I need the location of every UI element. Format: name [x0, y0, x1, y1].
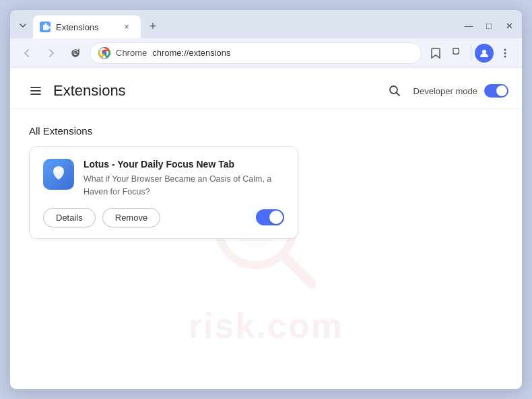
tab-strip: Extensions × +	[15, 15, 456, 38]
more-menu-btn[interactable]	[495, 43, 515, 63]
tab-dropdown-btn[interactable]	[15, 18, 30, 33]
extensions-tab[interactable]: Extensions ×	[33, 15, 141, 38]
details-btn[interactable]: Details	[43, 208, 96, 227]
tab-favicon	[40, 22, 51, 32]
all-extensions-label: All Extensions	[29, 125, 503, 137]
dev-mode-toggle[interactable]	[484, 84, 508, 98]
dev-mode-label: Developer mode	[413, 86, 477, 96]
extension-card: Lotus - Your Daily Focus New Tab What if…	[29, 146, 298, 239]
tab-label: Extensions	[56, 22, 115, 32]
extensions-body: risk.com All Extensions	[10, 109, 522, 389]
extension-card-top: Lotus - Your Daily Focus New Tab What if…	[43, 159, 284, 198]
close-btn[interactable]: ✕	[502, 18, 517, 33]
extensions-header: Extensions Developer mode	[10, 68, 522, 109]
search-btn[interactable]	[383, 79, 407, 103]
page-title: Extensions	[53, 82, 383, 100]
address-url: chrome://extensions	[152, 48, 413, 58]
title-bar: Extensions × + — □ ✕	[10, 10, 522, 38]
toolbar-divider	[471, 46, 471, 61]
svg-line-9	[283, 255, 312, 284]
maximize-btn[interactable]: □	[481, 18, 496, 33]
minimize-btn[interactable]: —	[461, 18, 476, 33]
refresh-btn[interactable]	[65, 43, 86, 63]
svg-point-4	[504, 48, 506, 50]
hamburger-menu-btn[interactable]	[24, 79, 48, 103]
extension-info: Lotus - Your Daily Focus New Tab What if…	[84, 159, 284, 198]
svg-point-7	[390, 86, 397, 94]
tab-close-btn[interactable]: ×	[121, 21, 133, 33]
extensions-toolbar-btn[interactable]	[447, 43, 467, 63]
toolbar-actions	[426, 43, 515, 63]
back-btn[interactable]	[17, 43, 37, 63]
extension-icon	[43, 159, 74, 190]
svg-point-5	[504, 52, 506, 54]
browser-window: Extensions × + — □ ✕	[9, 9, 523, 390]
extension-description: What if Your Browser Became an Oasis of …	[84, 173, 284, 198]
toolbar: Chrome chrome://extensions	[10, 38, 522, 68]
forward-btn[interactable]	[41, 43, 61, 63]
extension-card-bottom: Details Remove	[43, 208, 284, 227]
extension-name: Lotus - Your Daily Focus New Tab	[84, 159, 284, 170]
window-controls: — □ ✕	[456, 18, 517, 33]
chrome-logo-icon	[98, 47, 110, 59]
page-content: Extensions Developer mode risk.com All E…	[10, 68, 522, 389]
new-tab-btn[interactable]: +	[143, 17, 162, 36]
address-bar[interactable]: Chrome chrome://extensions	[90, 42, 422, 64]
extension-toggle[interactable]	[256, 209, 284, 225]
remove-btn[interactable]: Remove	[102, 208, 160, 227]
profile-btn[interactable]	[475, 44, 494, 63]
site-name: Chrome	[116, 48, 147, 58]
toggle-knob	[496, 85, 507, 96]
bookmark-btn[interactable]	[426, 43, 446, 63]
svg-point-6	[504, 55, 506, 57]
extension-toggle-knob	[269, 211, 283, 224]
